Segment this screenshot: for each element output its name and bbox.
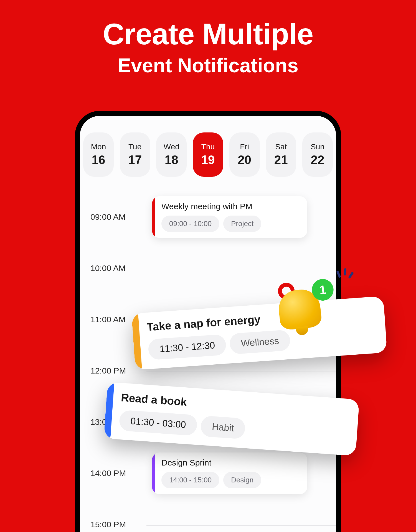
event-time-pill: 09:00 - 10:00 xyxy=(161,216,219,232)
time-gridline xyxy=(146,525,336,526)
event-title: Read a book xyxy=(121,391,247,413)
time-row-1500: 15:00 PM xyxy=(80,504,336,532)
day-pill-thu[interactable]: Thu 19 xyxy=(193,132,223,177)
week-day-strip: Mon 16 Tue 17 Wed 18 Thu 19 Fri 20 Sat 2… xyxy=(80,116,336,185)
hero-title: Create Multiple Event Notifications xyxy=(0,0,416,77)
event-title: Take a nap for energy xyxy=(146,311,289,334)
day-pill-fri[interactable]: Fri 20 xyxy=(229,132,260,177)
event-stripe xyxy=(152,196,155,238)
time-label: 12:00 PM xyxy=(90,366,126,375)
event-stripe xyxy=(152,452,155,494)
hero-heading: Create Multiple xyxy=(0,17,416,51)
day-pill-sun[interactable]: Sun 22 xyxy=(302,132,333,177)
time-label: 15:00 PM xyxy=(90,520,126,529)
time-label: 10:00 AM xyxy=(90,264,126,273)
day-number: 17 xyxy=(128,153,142,167)
event-card-meeting[interactable]: Weekly meeting with PM 09:00 - 10:00 Pro… xyxy=(152,196,307,238)
day-of-week: Mon xyxy=(91,142,106,151)
bell-icon: 1 xyxy=(275,280,336,341)
event-card-design[interactable]: Design Sprint 14:00 - 15:00 Design xyxy=(152,452,307,494)
time-label: 11:00 AM xyxy=(90,315,126,324)
time-row-1400: 14:00 PM Design Sprint 14:00 - 15:00 Des… xyxy=(80,452,336,504)
day-pill-tue[interactable]: Tue 17 xyxy=(120,132,150,177)
day-of-week: Tue xyxy=(128,142,141,151)
event-time-pill: 14:00 - 15:00 xyxy=(161,472,219,488)
day-pill-sat[interactable]: Sat 21 xyxy=(266,132,296,177)
time-label: 09:00 AM xyxy=(90,212,126,222)
time-gridline xyxy=(146,372,336,372)
day-of-week: Fri xyxy=(240,142,249,151)
day-pill-wed[interactable]: Wed 18 xyxy=(156,132,187,177)
bell-clapper xyxy=(296,326,309,336)
day-number: 21 xyxy=(274,153,288,167)
day-number: 18 xyxy=(165,153,178,167)
day-number: 20 xyxy=(238,153,251,167)
event-title: Weekly meeting with PM xyxy=(161,202,261,211)
day-pill-mon[interactable]: Mon 16 xyxy=(83,132,114,177)
event-time-pill: 11:30 - 12:30 xyxy=(148,334,227,360)
day-of-week: Thu xyxy=(201,142,215,151)
day-of-week: Sat xyxy=(275,142,287,151)
day-number: 16 xyxy=(92,153,105,167)
day-of-week: Sun xyxy=(311,142,324,151)
event-tag-pill: Design xyxy=(223,472,261,488)
event-tag-pill: Project xyxy=(223,216,261,232)
day-number: 22 xyxy=(311,153,324,167)
event-tag-pill: Habit xyxy=(200,415,246,439)
event-time-pill: 01:30 - 03:00 xyxy=(119,410,198,436)
time-label: 14:00 PM xyxy=(90,469,126,478)
event-title: Design Sprint xyxy=(161,458,261,467)
time-gridline xyxy=(146,269,336,269)
hero-subheading: Event Notifications xyxy=(0,54,416,77)
day-of-week: Wed xyxy=(164,142,179,151)
time-row-0900: 09:00 AM Weekly meeting with PM 09:00 - … xyxy=(80,196,336,247)
day-number: 19 xyxy=(201,153,215,167)
